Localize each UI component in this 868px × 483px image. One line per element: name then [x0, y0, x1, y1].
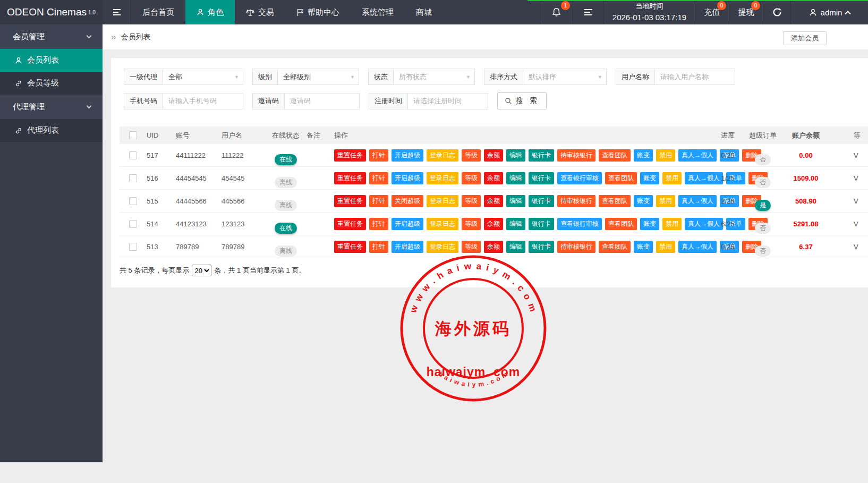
action-button-账变[interactable]: 账变: [634, 241, 653, 253]
action-button-重置任务[interactable]: 重置任务: [334, 195, 366, 207]
action-button-余额[interactable]: 余额: [484, 172, 503, 184]
action-button-开启超级[interactable]: 开启超级: [392, 172, 423, 184]
action-button-关闭超级[interactable]: 关闭超级: [392, 195, 423, 207]
withdraw-button[interactable]: 提现 0: [729, 0, 763, 24]
action-button-重置任务[interactable]: 重置任务: [334, 149, 366, 162]
action-button-余额[interactable]: 余额: [484, 149, 503, 162]
action-button-查看团队[interactable]: 查看团队: [605, 172, 637, 184]
nav-item-2[interactable]: 角色: [185, 0, 235, 24]
action-button-登录日志[interactable]: 登录日志: [427, 241, 458, 253]
action-button-查看银行审核[interactable]: 查看银行审核: [557, 218, 602, 230]
action-button-开启超级[interactable]: 开启超级: [392, 218, 423, 230]
action-button-等级[interactable]: 等级: [462, 218, 481, 230]
sidebar-group-2[interactable]: 代理管理: [0, 95, 103, 119]
row-checkbox[interactable]: [129, 197, 137, 205]
action-button-余额[interactable]: 余额: [484, 241, 503, 253]
filter-input[interactable]: 请选择注册时间: [408, 94, 488, 109]
action-button-待审核银行[interactable]: 待审核银行: [557, 241, 595, 253]
page-size-select[interactable]: 20: [192, 265, 211, 276]
action-button-待审核银行[interactable]: 待审核银行: [557, 149, 595, 162]
action-button-账变[interactable]: 账变: [640, 172, 659, 184]
filter-select[interactable]: 全部级别▼: [278, 69, 359, 84]
nav-item-3[interactable]: 交易: [235, 0, 285, 24]
action-button-查看银行审核[interactable]: 查看银行审核: [557, 172, 602, 184]
action-button-重置任务[interactable]: 重置任务: [334, 218, 366, 230]
filter-select[interactable]: 所有状态▼: [394, 69, 474, 84]
sidebar-item-会员等级[interactable]: 会员等级: [0, 72, 103, 95]
action-button-账变[interactable]: 账变: [634, 195, 653, 207]
row-checkbox[interactable]: [129, 174, 137, 182]
nav-item-4[interactable]: 帮助中心: [285, 0, 351, 24]
filter-select[interactable]: 全部▼: [163, 69, 243, 84]
action-button-银行卡[interactable]: 银行卡: [529, 149, 554, 162]
filter-input[interactable]: 请输入手机号码: [163, 94, 243, 109]
action-button-开启超级[interactable]: 开启超级: [392, 149, 423, 162]
nav-item-5[interactable]: 系统管理: [351, 0, 405, 24]
action-button-打针[interactable]: 打针: [369, 172, 388, 184]
action-button-打针[interactable]: 打针: [369, 149, 388, 162]
cell-actions: 重置任务打针开启超级登录日志等级余额编辑银行卡待审核银行查看团队账变禁用真人→假…: [334, 149, 712, 162]
notifications-button[interactable]: 1: [540, 0, 573, 24]
sidebar-group-1[interactable]: 会员管理: [0, 24, 103, 49]
action-button-银行卡[interactable]: 银行卡: [529, 195, 554, 207]
action-button-登录日志[interactable]: 登录日志: [427, 195, 458, 207]
loading-progress-line: [527, 0, 868, 1]
recharge-button[interactable]: 充值 0: [695, 0, 729, 24]
sidebar-collapse-button[interactable]: [103, 0, 131, 24]
row-checkbox[interactable]: [129, 243, 137, 251]
filter-input[interactable]: 邀请码: [285, 94, 359, 109]
refresh-button[interactable]: [763, 0, 790, 24]
action-button-查看团队[interactable]: 查看团队: [605, 218, 637, 230]
action-button-账变[interactable]: 账变: [634, 149, 653, 162]
action-button-禁用[interactable]: 禁用: [656, 149, 675, 162]
action-button-登录日志[interactable]: 登录日志: [427, 149, 458, 162]
action-button-编辑[interactable]: 编辑: [506, 195, 525, 207]
action-button-等级[interactable]: 等级: [462, 149, 481, 162]
action-button-等级[interactable]: 等级: [462, 172, 481, 184]
filter-input[interactable]: 请输入用户名称: [655, 69, 735, 84]
row-checkbox[interactable]: [129, 151, 137, 159]
action-button-重置任务[interactable]: 重置任务: [334, 241, 366, 253]
action-button-真人→假人[interactable]: 真人→假人: [678, 195, 717, 207]
action-button-查看团队[interactable]: 查看团队: [599, 241, 631, 253]
action-button-查看团队[interactable]: 查看团队: [599, 149, 631, 162]
action-button-开启超级[interactable]: 开启超级: [392, 241, 423, 253]
action-button-银行卡[interactable]: 银行卡: [529, 218, 554, 230]
sidebar-item-会员列表[interactable]: 会员列表: [0, 49, 103, 72]
action-button-打针[interactable]: 打针: [369, 195, 388, 207]
action-button-查看团队[interactable]: 查看团队: [599, 195, 631, 207]
action-button-余额[interactable]: 余额: [484, 195, 503, 207]
select-all-checkbox[interactable]: [129, 131, 137, 139]
search-button[interactable]: 搜 索: [497, 92, 547, 109]
filter-select[interactable]: 默认排序▼: [523, 69, 606, 84]
action-button-重置任务[interactable]: 重置任务: [334, 172, 366, 184]
action-button-账变[interactable]: 账变: [640, 218, 659, 230]
nav-item-1[interactable]: 后台首页: [131, 0, 185, 24]
action-button-禁用[interactable]: 禁用: [662, 172, 682, 184]
action-button-待审核银行[interactable]: 待审核银行: [557, 195, 595, 207]
row-checkbox[interactable]: [129, 220, 137, 228]
action-button-打针[interactable]: 打针: [369, 241, 388, 253]
action-button-编辑[interactable]: 编辑: [506, 241, 525, 253]
add-member-button[interactable]: 添加会员: [783, 31, 827, 45]
action-button-编辑[interactable]: 编辑: [506, 149, 525, 162]
action-button-银行卡[interactable]: 银行卡: [529, 241, 554, 253]
user-menu[interactable]: admin: [790, 0, 868, 24]
action-button-禁用[interactable]: 禁用: [656, 195, 675, 207]
sidebar-item-代理列表[interactable]: 代理列表: [0, 119, 103, 142]
action-button-等级[interactable]: 等级: [462, 195, 481, 207]
action-button-登录日志[interactable]: 登录日志: [427, 218, 458, 230]
action-button-打针[interactable]: 打针: [369, 218, 388, 230]
quick-menu-button[interactable]: [573, 0, 603, 24]
action-button-编辑[interactable]: 编辑: [506, 218, 525, 230]
action-button-银行卡[interactable]: 银行卡: [529, 172, 554, 184]
action-button-禁用[interactable]: 禁用: [662, 218, 682, 230]
action-button-等级[interactable]: 等级: [462, 241, 481, 253]
action-button-登录日志[interactable]: 登录日志: [427, 172, 458, 184]
action-button-真人→假人[interactable]: 真人→假人: [678, 241, 717, 253]
action-button-编辑[interactable]: 编辑: [506, 172, 525, 184]
action-button-禁用[interactable]: 禁用: [656, 241, 675, 253]
action-button-真人→假人[interactable]: 真人→假人: [678, 149, 717, 162]
nav-item-6[interactable]: 商城: [405, 0, 443, 24]
action-button-余额[interactable]: 余额: [484, 218, 503, 230]
